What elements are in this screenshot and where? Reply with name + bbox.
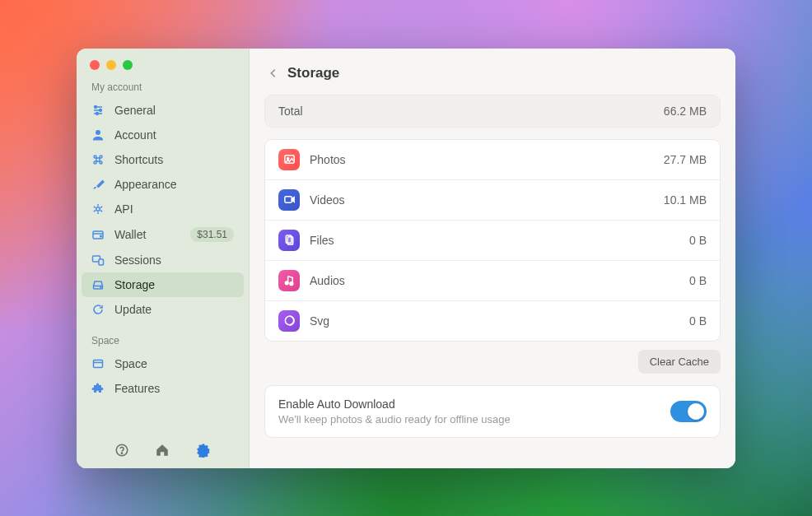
svg-point-1 (100, 109, 102, 111)
sidebar-section-space-label: Space (77, 332, 249, 351)
svg-rect-8 (99, 259, 104, 265)
auto-download-card: Enable Auto Download We'll keep photos &… (264, 385, 721, 438)
devices-icon (91, 253, 105, 267)
clear-cache-button[interactable]: Clear Cache (638, 350, 721, 374)
storage-icon (91, 278, 105, 291)
sidebar-item-sessions[interactable]: Sessions (82, 248, 244, 272)
sidebar-item-label: Appearance (114, 178, 234, 191)
sidebar-item-label: Shortcuts (114, 153, 234, 166)
help-button[interactable] (114, 443, 129, 458)
api-icon (91, 202, 105, 216)
storage-row-audios[interactable]: Audios 0 B (265, 260, 720, 300)
back-button[interactable] (268, 67, 279, 79)
row-label: Files (310, 234, 689, 247)
svg-rect-17 (287, 237, 293, 244)
row-value: 0 B (689, 274, 707, 287)
minimize-window-button[interactable] (106, 60, 116, 70)
auto-download-title: Enable Auto Download (278, 397, 670, 411)
sliders-icon (91, 104, 105, 117)
sidebar-item-shortcuts[interactable]: Shortcuts (82, 147, 244, 172)
row-value: 0 B (689, 314, 707, 328)
row-label: Videos (310, 193, 664, 207)
page-title: Storage (287, 65, 339, 81)
sidebar-item-label: General (114, 104, 234, 117)
sidebar-item-space[interactable]: Space (82, 351, 244, 376)
svg-point-14 (287, 157, 288, 159)
command-icon (91, 153, 105, 166)
svg-point-9 (100, 286, 101, 287)
auto-download-toggle[interactable] (670, 401, 707, 422)
storage-row-files[interactable]: Files 0 B (265, 220, 720, 260)
sidebar-item-label: Sessions (114, 253, 234, 267)
sidebar-item-label: Wallet (114, 228, 180, 241)
sidebar-item-label: API (114, 202, 234, 216)
sidebar-item-account[interactable]: Account (82, 123, 244, 147)
svg-rect-5 (93, 231, 103, 239)
page-header: Storage (264, 63, 721, 95)
wallet-balance-badge: $31.51 (190, 227, 234, 242)
refresh-icon (91, 303, 105, 316)
sidebar-item-label: Space (114, 357, 234, 370)
svg-point-4 (96, 207, 100, 210)
total-value: 66.2 MB (664, 105, 707, 118)
main-content: Storage Total 66.2 MB Photos 27.7 MB Vid… (250, 49, 735, 468)
settings-window: My account General Account Shortcuts App… (77, 49, 735, 468)
sidebar-item-appearance[interactable]: Appearance (82, 172, 244, 197)
storage-row-svg[interactable]: Svg 0 B (265, 300, 720, 341)
sidebar-item-api[interactable]: API (82, 197, 244, 221)
row-value: 0 B (689, 234, 707, 247)
row-value: 10.1 MB (664, 193, 707, 207)
wallet-icon (91, 228, 105, 241)
sidebar-item-features[interactable]: Features (82, 376, 244, 401)
sidebar: My account General Account Shortcuts App… (77, 49, 250, 468)
sidebar-item-general[interactable]: General (82, 98, 244, 123)
sidebar-nav-account: General Account Shortcuts Appearance API… (77, 98, 249, 322)
videos-icon (278, 189, 300, 211)
sidebar-bottom-bar (77, 432, 249, 468)
sidebar-item-wallet[interactable]: Wallet $31.51 (82, 221, 244, 248)
sidebar-item-label: Account (114, 128, 234, 142)
audios-icon (278, 270, 300, 291)
total-row: Total 66.2 MB (265, 95, 720, 127)
clear-cache-row: Clear Cache (264, 350, 721, 374)
row-label: Svg (310, 314, 689, 328)
sidebar-nav-space: Space Features (77, 351, 249, 401)
svg-point-2 (96, 112, 99, 114)
svg-point-3 (96, 130, 100, 135)
storage-row-videos[interactable]: Videos 10.1 MB (265, 179, 720, 220)
close-window-button[interactable] (90, 60, 100, 70)
svg-rect-15 (284, 197, 291, 203)
svg-icon (278, 310, 300, 332)
row-label: Photos (310, 153, 664, 166)
svg-rect-10 (94, 360, 103, 367)
maximize-window-button[interactable] (123, 60, 133, 70)
svg-point-18 (285, 281, 288, 285)
sidebar-item-label: Features (114, 382, 234, 395)
photos-icon (278, 149, 300, 170)
files-icon (278, 230, 300, 251)
sidebar-item-update[interactable]: Update (82, 297, 244, 322)
svg-point-12 (121, 453, 122, 453)
auto-download-subtitle: We'll keep photos & audio ready for offl… (278, 413, 670, 425)
storage-row-photos[interactable]: Photos 27.7 MB (265, 140, 720, 179)
storage-breakdown-card: Photos 27.7 MB Videos 10.1 MB Files 0 B … (264, 139, 721, 342)
sidebar-section-account-label: My account (77, 78, 249, 98)
sidebar-item-storage[interactable]: Storage (82, 272, 244, 297)
sidebar-item-label: Storage (114, 278, 234, 291)
space-icon (91, 357, 105, 370)
svg-point-6 (100, 235, 102, 237)
svg-point-20 (285, 316, 293, 324)
puzzle-icon (91, 382, 105, 395)
auto-download-row: Enable Auto Download We'll keep photos &… (265, 386, 720, 437)
brush-icon (91, 178, 105, 191)
toggle-knob (688, 403, 704, 420)
person-icon (91, 128, 105, 142)
row-label: Audios (310, 274, 689, 287)
total-label: Total (278, 105, 664, 118)
home-button[interactable] (155, 443, 170, 458)
sidebar-item-label: Update (114, 303, 234, 316)
storage-total-card: Total 66.2 MB (264, 95, 721, 128)
traffic-lights (77, 49, 249, 78)
settings-button[interactable] (196, 443, 211, 458)
row-value: 27.7 MB (664, 153, 707, 166)
